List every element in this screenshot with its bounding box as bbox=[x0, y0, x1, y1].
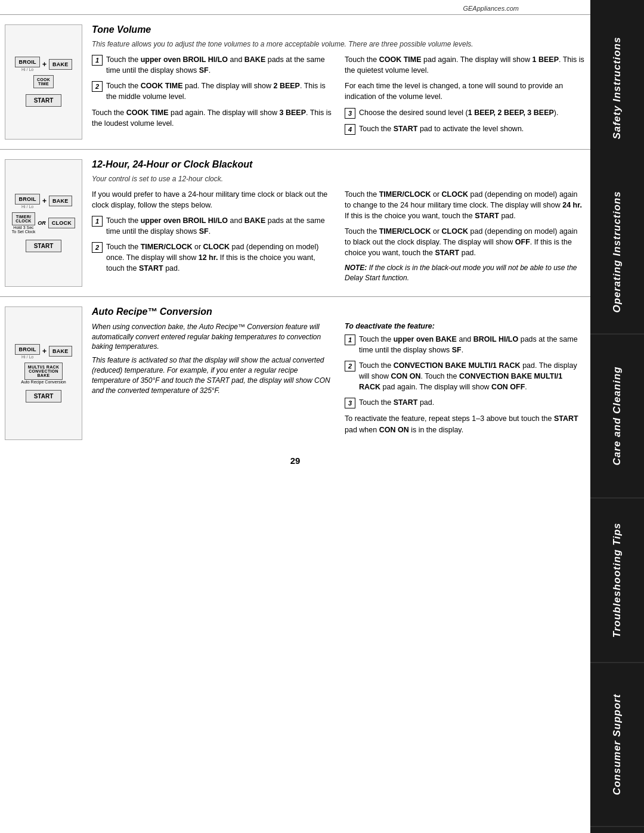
clock-bake-button: Bake bbox=[49, 196, 72, 206]
auto-step-2: 2 Touch the CONVECTION BAKE MULTI/1 RACK… bbox=[345, 360, 586, 392]
tone-volume-title: Tone Volume bbox=[92, 24, 586, 35]
clock-broil-button: Broil bbox=[15, 194, 40, 205]
auto-recipe-label: Auto Recipe Conversion bbox=[21, 380, 66, 384]
tone-step-3: 3 Choose the desired sound level (1 BEEP… bbox=[345, 107, 586, 119]
auto-step-2-text: Touch the CONVECTION BAKE MULTI/1 RACK p… bbox=[359, 360, 586, 392]
clock-col-right: Touch the TIMER/CLOCK or CLOCK pad (depe… bbox=[345, 189, 586, 287]
plus-sign: + bbox=[42, 60, 47, 69]
auto-recipe-title: Auto Recipe™ Conversion bbox=[92, 306, 586, 317]
auto-col-left: When using convection bake, the Auto Rec… bbox=[92, 322, 333, 440]
tone-para-r1: Touch the COOK TIME pad again. The displ… bbox=[345, 54, 586, 76]
auto-col-right: To deactivate the feature: 1 Touch the u… bbox=[345, 322, 586, 440]
bake-button: Bake bbox=[49, 59, 72, 70]
auto-para-2: This feature is activated so that the di… bbox=[92, 355, 333, 395]
broil-btn-wrap: Broil Hi / Lo bbox=[15, 57, 40, 72]
clock-step-1-text: Touch the upper oven BROIL HI/LO and BAK… bbox=[106, 215, 333, 237]
multi-rack-button: Multi/1 RackConvectionBake bbox=[24, 363, 63, 380]
auto-step-num-2: 2 bbox=[345, 361, 355, 371]
tone-two-col: 1 Touch the upper oven BROIL HI/LO and B… bbox=[92, 54, 586, 140]
timer-clock-wrap: Timer/Clock Hold 3 SecTo Set Clock bbox=[12, 212, 35, 234]
start-button-clock: Start bbox=[26, 240, 61, 252]
tone-step-1-text: Touch the upper oven BROIL HI/LO and BAK… bbox=[106, 54, 333, 76]
auto-step-1: 1 Touch the upper oven BAKE and BROIL HI… bbox=[345, 334, 586, 355]
step-num-1: 1 bbox=[92, 55, 103, 66]
auto-step-1-text: Touch the upper oven BAKE and BROIL HI/L… bbox=[359, 334, 586, 355]
tone-col-left: 1 Touch the upper oven BROIL HI/LO and B… bbox=[92, 54, 333, 140]
site-url: GEAppliances.com bbox=[0, 0, 590, 14]
section-tone-volume: Broil Hi / Lo + Bake CookTime Start Tone… bbox=[0, 14, 590, 149]
tone-col-right: Touch the COOK TIME pad again. The displ… bbox=[345, 54, 586, 140]
auto-hi-lo: Hi / Lo bbox=[21, 355, 33, 359]
diagram-clock: Broil Hi / Lo + Bake Timer/Clock Hold 3 … bbox=[5, 159, 82, 287]
conv-bake-wrap: Multi/1 RackConvectionBake Auto Recipe C… bbox=[21, 363, 66, 384]
auto-step-num-1: 1 bbox=[345, 335, 355, 345]
start-button-auto: Start bbox=[26, 390, 61, 402]
diagram-clock-inner: Broil Hi / Lo + Bake Timer/Clock Hold 3 … bbox=[12, 194, 75, 252]
auto-bake-button: Bake bbox=[49, 346, 72, 357]
section-clock: Broil Hi / Lo + Bake Timer/Clock Hold 3 … bbox=[0, 149, 590, 296]
page-number: 29 bbox=[0, 450, 590, 475]
tone-para-1: Touch the COOK TIME pad again. The displ… bbox=[92, 107, 333, 129]
step-num-3: 3 bbox=[345, 108, 355, 119]
auto-recipe-content: Auto Recipe™ Conversion When using conve… bbox=[92, 306, 586, 440]
sidebar-troubleshooting: Troubleshooting Tips bbox=[590, 498, 644, 663]
tone-step-2-text: Touch the COOK TIME pad. The display wil… bbox=[106, 80, 333, 102]
hold-label: Hold 3 SecTo Set Clock bbox=[12, 225, 35, 234]
clock-col-left: If you would prefer to have a 24-hour mi… bbox=[92, 189, 333, 287]
section-auto-recipe: Broil Hi / Lo + Bake Multi/1 RackConvect… bbox=[0, 296, 590, 450]
clock-btn-row2: Timer/Clock Hold 3 SecTo Set Clock OR Cl… bbox=[12, 212, 75, 234]
clock-subtitle: Your control is set to use a 12-hour clo… bbox=[92, 175, 586, 183]
cook-time-wrap: CookTime bbox=[33, 75, 54, 88]
tone-step-4-text: Touch the START pad to activate the leve… bbox=[359, 123, 524, 134]
clock-step-num-1: 1 bbox=[92, 216, 103, 227]
timer-clock-button: Timer/Clock bbox=[12, 212, 35, 225]
clock-para-r2: Touch the TIMER/CLOCK or CLOCK pad (depe… bbox=[345, 226, 586, 258]
clock-two-col: If you would prefer to have a 24-hour mi… bbox=[92, 189, 586, 287]
tone-step-4: 4 Touch the START pad to activate the le… bbox=[345, 123, 586, 135]
clock-step-2-text: Touch the TIMER/CLOCK or CLOCK pad (depe… bbox=[106, 241, 333, 274]
clock-para-1: If you would prefer to have a 24-hour mi… bbox=[92, 189, 333, 210]
auto-reactivate-para: To reactivate the feature, repeat steps … bbox=[345, 413, 586, 435]
auto-step-3-text: Touch the START pad. bbox=[359, 397, 434, 408]
hi-lo-label: Hi / Lo bbox=[21, 67, 33, 72]
main-content: GEAppliances.com Broil Hi / Lo + Bake Co… bbox=[0, 0, 590, 833]
step-num-2: 2 bbox=[92, 81, 103, 92]
deactivate-label: To deactivate the feature: bbox=[345, 322, 586, 330]
clock-step-num-2: 2 bbox=[92, 242, 103, 253]
clock-title: 12-Hour, 24-Hour or Clock Blackout bbox=[92, 159, 586, 170]
tone-step-2: 2 Touch the COOK TIME pad. The display w… bbox=[92, 80, 333, 102]
sidebar: Safety Instructions Operating Instructio… bbox=[590, 0, 644, 833]
auto-step-3: 3 Touch the START pad. bbox=[345, 397, 586, 408]
sidebar-care: Care and Cleaning bbox=[590, 334, 644, 498]
diagram-tone: Broil Hi / Lo + Bake CookTime Start bbox=[5, 24, 82, 140]
clock-note: NOTE: If the clock is in the black-out m… bbox=[345, 263, 586, 283]
sidebar-consumer: Consumer Support bbox=[590, 662, 644, 827]
tone-section-content: Tone Volume This feature allows you to a… bbox=[92, 24, 586, 140]
auto-plus: + bbox=[42, 347, 47, 355]
auto-broil-wrap: Broil Hi / Lo bbox=[15, 344, 40, 359]
clock-step-1: 1 Touch the upper oven BROIL HI/LO and B… bbox=[92, 215, 333, 237]
sidebar-safety: Safety Instructions bbox=[590, 6, 644, 170]
auto-broil-button: Broil bbox=[15, 344, 40, 355]
auto-btn-row1: Broil Hi / Lo + Bake bbox=[15, 344, 72, 359]
auto-para-1: When using convection bake, the Auto Rec… bbox=[92, 322, 333, 352]
clock-para-r1: Touch the TIMER/CLOCK or CLOCK pad (depe… bbox=[345, 189, 586, 221]
diagram-auto-recipe: Broil Hi / Lo + Bake Multi/1 RackConvect… bbox=[5, 306, 82, 440]
clock-button: Clock bbox=[48, 218, 76, 228]
diagram-tone-inner: Broil Hi / Lo + Bake CookTime Start bbox=[15, 57, 72, 107]
step-num-4: 4 bbox=[345, 124, 355, 135]
clock-hi-lo: Hi / Lo bbox=[21, 205, 33, 209]
page-wrapper: GEAppliances.com Broil Hi / Lo + Bake Co… bbox=[0, 0, 644, 833]
tone-para-r2: For each time the level is changed, a to… bbox=[345, 80, 586, 102]
tone-volume-subtitle: This feature allows you to adjust the to… bbox=[92, 40, 586, 48]
auto-recipe-two-col: When using convection bake, the Auto Rec… bbox=[92, 322, 586, 440]
diagram-auto-inner: Broil Hi / Lo + Bake Multi/1 RackConvect… bbox=[15, 344, 72, 402]
or-label: OR bbox=[38, 220, 46, 226]
clock-plus: + bbox=[42, 197, 47, 205]
broil-button: Broil bbox=[15, 57, 40, 67]
clock-btn-row1: Broil Hi / Lo + Bake bbox=[15, 194, 72, 209]
clock-section-content: 12-Hour, 24-Hour or Clock Blackout Your … bbox=[92, 159, 586, 287]
tone-step-1: 1 Touch the upper oven BROIL HI/LO and B… bbox=[92, 54, 333, 76]
tone-btn-row1: Broil Hi / Lo + Bake bbox=[15, 57, 72, 72]
auto-step-num-3: 3 bbox=[345, 398, 355, 408]
